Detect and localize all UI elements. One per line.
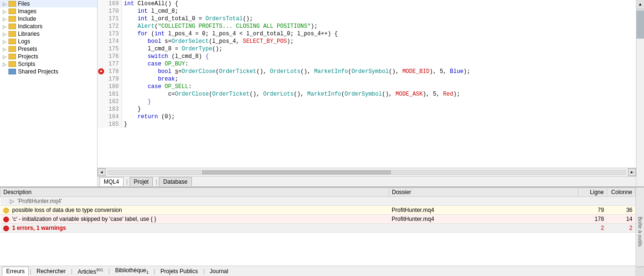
col-description: Description bbox=[0, 188, 389, 197]
articles-badge: 901 bbox=[96, 268, 103, 272]
table-row: 181 c=OrderClose(OrderTicket(), OrderLot… bbox=[98, 90, 636, 98]
line-content[interactable]: int CloseAll() { bbox=[122, 0, 636, 8]
code-editor: 169 int CloseAll() { 170 int l_cmd_8; 17… bbox=[98, 0, 636, 187]
line-content[interactable]: Alert("COLLECTING PROFITS... CLOSING ALL… bbox=[122, 23, 636, 30]
line-number: 181 bbox=[98, 90, 122, 98]
horizontal-scrollbar[interactable]: ◀ ▶ bbox=[98, 168, 636, 176]
folder-icon-libraries bbox=[8, 31, 16, 37]
line-number: 175 bbox=[98, 45, 122, 53]
side-tools-label: Boîte à outils bbox=[637, 217, 643, 247]
sidebar-item-include[interactable]: ▷ Include bbox=[0, 15, 97, 23]
table-row: ● 178 bool s=OrderClose(OrderTicket(), O… bbox=[98, 68, 636, 75]
sidebar-item-indicators[interactable]: ▷ Indicators bbox=[0, 23, 97, 30]
expand-icon-include: ▷ bbox=[2, 16, 8, 22]
table-row: 177 case OP_BUY: bbox=[98, 60, 636, 68]
table-row: 183 } bbox=[98, 106, 636, 113]
line-content[interactable]: int l_ord_total_0 = OrdersTotal(); bbox=[122, 15, 636, 23]
line-number: 183 bbox=[98, 106, 122, 113]
sidebar-label-indicators: Indicators bbox=[18, 23, 42, 30]
table-row: 176 switch (l_cmd_8) { bbox=[98, 53, 636, 60]
sidebar-label-projects: Projects bbox=[18, 53, 38, 60]
line-content[interactable]: break; bbox=[122, 75, 636, 83]
col-dossier: Dossier bbox=[389, 188, 578, 197]
line-content[interactable]: bool s=OrderSelect(l_pos_4, SELECT_BY_PO… bbox=[122, 38, 636, 45]
sidebar-item-libraries[interactable]: ▷ Libraries bbox=[0, 30, 97, 38]
expand-icon-scripts: ▷ bbox=[2, 62, 8, 67]
code-view[interactable]: 169 int CloseAll() { 170 int l_cmd_8; 17… bbox=[98, 0, 636, 168]
table-row: 'c' - initialization of variable skipped… bbox=[0, 215, 636, 224]
sidebar-label-scripts: Scripts bbox=[18, 61, 35, 67]
line-content[interactable]: l_cmd_8 = OrderType(); bbox=[122, 45, 636, 53]
table-row: possible loss of data due to type conver… bbox=[0, 206, 636, 215]
tab-sep-1: | bbox=[30, 268, 31, 275]
file-tree[interactable]: ▷ Files ▷ Images ▷ Include ▷ Indicators … bbox=[0, 0, 98, 187]
line-content[interactable]: case OP_SELL: bbox=[122, 83, 636, 90]
table-row: 1 errors, 1 warnings 2 2 bbox=[0, 224, 636, 233]
expand-icon-logs: ▷ bbox=[2, 39, 8, 44]
line-content[interactable]: case OP_BUY: bbox=[122, 60, 636, 68]
bibliotheque-badge: 1 bbox=[146, 270, 149, 275]
sidebar-item-projects[interactable]: ▷ Projects bbox=[0, 53, 97, 60]
line-content[interactable]: bool s=OrderClose(OrderTicket(), OrderLo… bbox=[122, 68, 636, 75]
scroll-up-arrow[interactable]: ▲ bbox=[636, 0, 644, 9]
line-number: 182 bbox=[98, 98, 122, 106]
line-content[interactable]: } bbox=[122, 106, 636, 113]
scroll-left-arrow[interactable]: ◀ bbox=[98, 168, 106, 176]
line-content[interactable]: } bbox=[122, 121, 636, 128]
warning-dossier: ProfitHunter.mq4 bbox=[389, 206, 578, 215]
line-content[interactable]: for (int l_pos_4 = 0; l_pos_4 < l_ord_to… bbox=[122, 30, 636, 38]
sidebar-label-libraries: Libraries bbox=[18, 31, 40, 37]
sidebar-item-shared-projects[interactable]: Shared Projects bbox=[0, 68, 97, 75]
error-description: 'c' - initialization of variable skipped… bbox=[0, 215, 389, 224]
scroll-right-arrow[interactable]: ▶ bbox=[628, 168, 636, 176]
tab-bibliotheque[interactable]: Bibliothèque1 bbox=[111, 266, 153, 276]
sidebar-item-images[interactable]: ▷ Images bbox=[0, 8, 97, 15]
tab-database[interactable]: Database bbox=[159, 177, 191, 186]
error-dot bbox=[3, 217, 9, 222]
sidebar-label-shared: Shared Projects bbox=[18, 68, 58, 75]
errors-table[interactable]: Description Dossier Ligne Colonne ▷ 'Pro… bbox=[0, 187, 636, 266]
warning-text: possible loss of data due to type conver… bbox=[12, 207, 122, 213]
tab-erreurs[interactable]: Erreurs bbox=[2, 267, 29, 276]
bottom-tab-bar: Erreurs | Rechercher | Articles901 | Bib… bbox=[0, 266, 636, 276]
tab-projet[interactable]: Projet bbox=[130, 177, 153, 186]
line-content[interactable]: c=OrderClose(OrderTicket(), OrderLots(),… bbox=[122, 90, 636, 98]
scroll-track[interactable] bbox=[107, 170, 626, 175]
sidebar-item-presets[interactable]: ▷ Presets bbox=[0, 45, 97, 53]
scroll-thumb[interactable] bbox=[202, 170, 391, 174]
tab-mql4[interactable]: MQL4 bbox=[99, 177, 124, 186]
sidebar-item-logs[interactable]: ▷ Logs bbox=[0, 38, 97, 45]
tab-sep-2: | bbox=[71, 268, 73, 275]
col-colonne: Colonne bbox=[607, 188, 635, 197]
table-row: 184 return (0); bbox=[98, 113, 636, 121]
sidebar-label-include: Include bbox=[18, 16, 36, 22]
sidebar-item-scripts[interactable]: ▷ Scripts bbox=[0, 60, 97, 68]
line-content[interactable]: } bbox=[122, 98, 636, 106]
summary-ligne: 2 bbox=[578, 224, 607, 233]
tab-separator: | bbox=[126, 179, 128, 185]
tab-projets-publics[interactable]: Projets Publics bbox=[156, 267, 202, 276]
bottom-content: Description Dossier Ligne Colonne ▷ 'Pro… bbox=[0, 187, 644, 276]
tab-journal[interactable]: Journal bbox=[206, 267, 232, 276]
folder-icon-logs bbox=[8, 39, 16, 44]
table-row: ▷ 'ProfitHunter.mq4' bbox=[0, 197, 636, 206]
line-content[interactable]: int l_cmd_8; bbox=[122, 8, 636, 15]
table-row: 170 int l_cmd_8; bbox=[98, 8, 636, 15]
expand-icon-libraries: ▷ bbox=[2, 32, 8, 37]
line-content[interactable]: return (0); bbox=[122, 113, 636, 121]
sidebar-label-presets: Presets bbox=[18, 46, 37, 52]
tab-rechercher[interactable]: Rechercher bbox=[32, 267, 70, 276]
expand-icon-projects: ▷ bbox=[2, 54, 8, 59]
group-label: ▷ 'ProfitHunter.mq4' bbox=[0, 197, 636, 206]
table-row: 171 int l_ord_total_0 = OrdersTotal(); bbox=[98, 15, 636, 23]
line-content[interactable]: switch (l_cmd_8) { bbox=[122, 53, 636, 60]
sidebar-item-files[interactable]: ▷ Files bbox=[0, 0, 97, 8]
error-ligne: 178 bbox=[578, 215, 607, 224]
table-row: 182 } bbox=[98, 98, 636, 106]
summary-text: 1 errors, 1 warnings bbox=[12, 225, 66, 231]
scroll-thumb-v[interactable] bbox=[636, 10, 644, 39]
error-text: 'c' - initialization of variable skipped… bbox=[12, 216, 156, 222]
folder-icon-shared bbox=[8, 69, 16, 74]
tab-articles[interactable]: Articles901 bbox=[74, 266, 107, 276]
vertical-scrollbar[interactable]: ▲ ▼ bbox=[636, 0, 644, 187]
